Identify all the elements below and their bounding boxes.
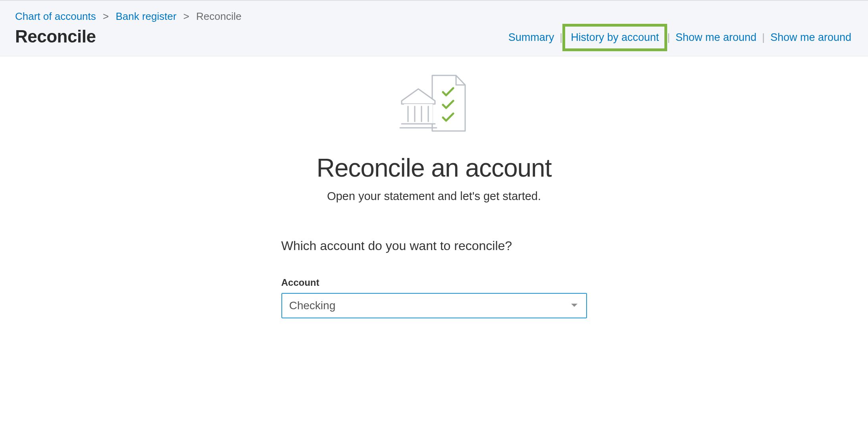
- page-header: Chart of accounts > Bank register > Reco…: [0, 0, 868, 56]
- account-select[interactable]: [281, 293, 587, 318]
- account-label: Account: [281, 277, 587, 288]
- bank-document-icon: [395, 72, 474, 137]
- breadcrumb-separator: >: [103, 10, 109, 22]
- breadcrumb-current: Reconcile: [196, 10, 241, 22]
- breadcrumb-chart-of-accounts[interactable]: Chart of accounts: [15, 10, 96, 22]
- account-form: Which account do you want to reconcile? …: [281, 239, 587, 318]
- link-divider: |: [560, 31, 562, 44]
- breadcrumb-bank-register[interactable]: Bank register: [115, 10, 176, 22]
- link-divider: |: [762, 31, 765, 44]
- breadcrumb-separator: >: [183, 10, 189, 22]
- history-highlight: History by account: [562, 24, 667, 51]
- history-by-account-link[interactable]: History by account: [565, 27, 664, 48]
- account-select-wrap: [281, 293, 587, 318]
- form-question: Which account do you want to reconcile?: [281, 239, 587, 253]
- header-actions: Summary | History by account | Show me a…: [503, 24, 857, 51]
- hero-heading: Reconcile an account: [0, 153, 868, 183]
- link-divider: |: [667, 31, 670, 44]
- show-me-around-link-2[interactable]: Show me around: [765, 29, 857, 46]
- breadcrumb: Chart of accounts > Bank register > Reco…: [15, 10, 853, 23]
- main-content: Reconcile an account Open your statement…: [0, 56, 868, 318]
- hero-subheading: Open your statement and let's get starte…: [0, 190, 868, 203]
- show-me-around-link[interactable]: Show me around: [670, 29, 762, 46]
- summary-link[interactable]: Summary: [503, 29, 560, 46]
